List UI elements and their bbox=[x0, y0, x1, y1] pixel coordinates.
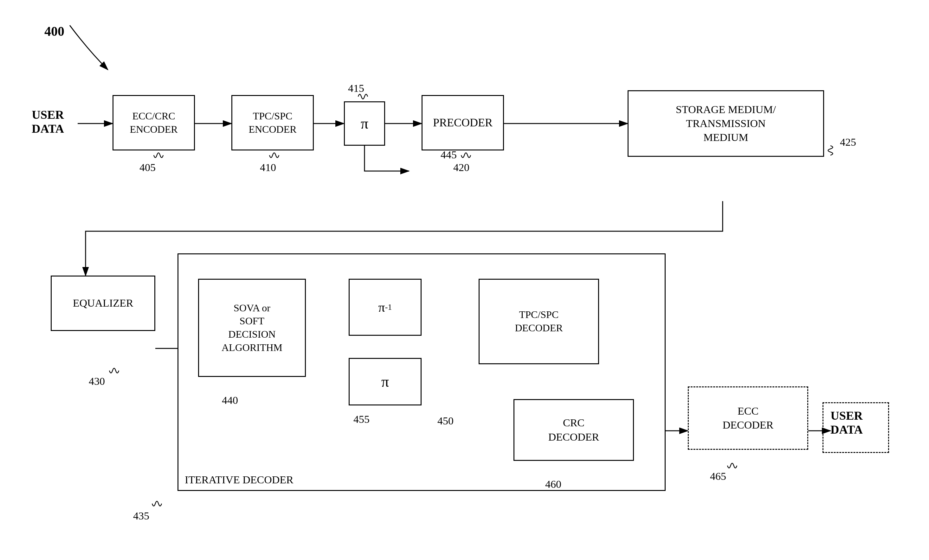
ecc-crc-encoder-block: ECC/CRCENCODER bbox=[112, 95, 195, 150]
figure-number: 400 bbox=[44, 24, 64, 39]
ecc-decoder-block: ECCDECODER bbox=[688, 386, 808, 450]
ref-420: 420 bbox=[453, 162, 469, 174]
ref-460: 460 bbox=[545, 478, 561, 490]
ref-415: 415 bbox=[348, 83, 364, 94]
crc-decoder-block: CRCDECODER bbox=[514, 399, 634, 461]
deinterleaver-block: π-1 bbox=[349, 279, 422, 336]
tpc-spc-encoder-block: TPC/SPCENCODER bbox=[231, 95, 314, 150]
ref-465: 465 bbox=[710, 470, 726, 482]
user-data-in-label: USERDATA bbox=[32, 108, 64, 136]
interleaver-block: π bbox=[344, 101, 385, 146]
tpc-spc-decoder-block: TPC/SPCDECODER bbox=[478, 279, 599, 364]
sova-block: SOVA orSOFTDECISIONALGORITHM bbox=[198, 279, 306, 377]
ref-445: 445 bbox=[441, 149, 457, 161]
ref-435: 435 bbox=[133, 510, 149, 522]
precoder-block: PRECODER bbox=[422, 95, 504, 150]
ref-405: 405 bbox=[140, 162, 156, 174]
ref-440: 440 bbox=[222, 394, 238, 406]
ref-450: 450 bbox=[437, 415, 454, 427]
ref-425: 425 bbox=[840, 136, 856, 148]
equalizer-block: EQUALIZER bbox=[51, 275, 155, 331]
ref-410: 410 bbox=[260, 162, 276, 174]
user-data-out-box bbox=[823, 402, 889, 453]
interleaver2-block: π bbox=[349, 358, 422, 405]
storage-medium-block: STORAGE MEDIUM/TRANSMISSIONMEDIUM bbox=[628, 90, 824, 157]
ref-455: 455 bbox=[353, 413, 369, 425]
ref-430: 430 bbox=[89, 375, 105, 387]
